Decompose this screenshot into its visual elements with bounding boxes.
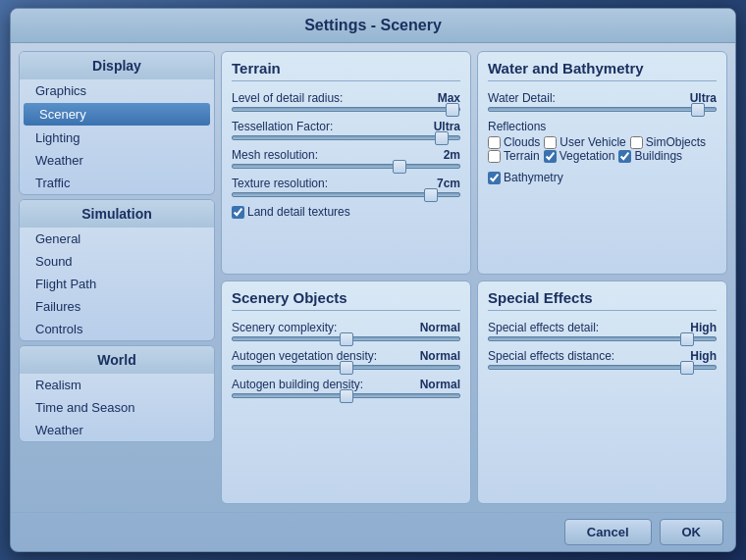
buildings-checkbox-label[interactable]: Buildings [618,149,682,163]
water-detail-slider[interactable] [488,107,717,112]
sidebar-item-weather-world[interactable]: Weather [20,419,214,441]
special-effects-panel: Special Effects Special effects detail: … [477,280,727,504]
clouds-checkbox[interactable] [488,136,501,149]
tessellation-slider[interactable] [232,135,460,140]
bottom-bar: Cancel OK [11,512,735,551]
land-detail-row: Land detail textures [232,205,460,219]
window-title: Settings - Scenery [11,9,735,43]
sidebar-section-simulation: Simulation General Sound Flight Path Fai… [19,199,215,341]
autogen-vegetation-slider[interactable] [232,365,460,370]
sidebar-item-sound[interactable]: Sound [20,250,214,273]
bathymetry-checkbox-label[interactable]: Bathymetry [488,171,563,184]
sidebar-item-scenery[interactable]: Scenery [24,103,210,126]
sidebar-display-title: Display [20,52,214,79]
effects-distance-row: Special effects distance: High [488,349,717,370]
bathymetry-checkbox[interactable] [488,172,501,184]
simobjects-checkbox[interactable] [630,136,643,149]
effects-distance-slider[interactable] [488,365,717,370]
buildings-checkbox[interactable] [618,150,631,163]
mesh-resolution-row: Mesh resolution: 2m [232,148,460,169]
land-detail-checkbox[interactable] [232,206,244,219]
tessellation-row: Tessellation Factor: Ultra [232,120,460,140]
lod-radius-row: Level of detail radius: Max [232,91,460,112]
special-effects-title: Special Effects [488,289,717,311]
texture-resolution-row: Texture resolution: 7cm [232,177,460,197]
sidebar-item-graphics[interactable]: Graphics [20,79,214,102]
terrain-panel: Terrain Level of detail radius: Max Tess… [221,51,471,275]
sidebar-item-failures[interactable]: Failures [20,295,214,318]
settings-window: Settings - Scenery Display Graphics Scen… [10,8,736,552]
reflections-label: Reflections [488,120,717,133]
water-panel-title: Water and Bathymetry [488,60,717,81]
user-vehicle-checkbox[interactable] [544,136,557,149]
lod-radius-slider[interactable] [232,107,460,112]
land-detail-checkbox-label[interactable]: Land detail textures [232,205,350,219]
scenery-complexity-row: Scenery complexity: Normal [232,321,460,341]
bathymetry-row: Bathymetry [488,171,717,184]
simobjects-checkbox-label[interactable]: SimObjects [630,135,706,149]
reflections-section: Reflections Clouds User Vehicle [488,120,717,163]
clouds-checkbox-label[interactable]: Clouds [488,135,540,149]
sidebar-item-time-season[interactable]: Time and Season [20,396,214,419]
reflections-row-2: Terrain Vegetation Buildings [488,149,717,163]
ok-button[interactable]: OK [660,519,724,545]
water-panel: Water and Bathymetry Water Detail: Ultra… [477,51,727,275]
scenery-objects-title: Scenery Objects [232,289,460,311]
main-panels: Terrain Level of detail radius: Max Tess… [221,51,727,504]
cancel-button[interactable]: Cancel [564,519,652,545]
mesh-resolution-slider[interactable] [232,164,460,169]
sidebar-item-controls[interactable]: Controls [20,318,214,340]
sidebar-item-realism[interactable]: Realism [20,374,214,396]
water-detail-row: Water Detail: Ultra [488,91,717,112]
scenery-complexity-slider[interactable] [232,336,460,341]
effects-detail-slider[interactable] [488,336,717,341]
sidebar-section-world: World Realism Time and Season Weather [19,345,215,442]
autogen-vegetation-row: Autogen vegetation density: Normal [232,349,460,370]
vegetation-checkbox-label[interactable]: Vegetation [544,149,615,163]
texture-resolution-slider[interactable] [232,192,460,197]
sidebar-item-general[interactable]: General [20,228,214,250]
scenery-objects-panel: Scenery Objects Scenery complexity: Norm… [221,280,471,504]
sidebar-item-lighting[interactable]: Lighting [20,127,214,149]
sidebar-section-display: Display Graphics Scenery Lighting Weathe… [19,51,215,195]
sidebar-item-traffic[interactable]: Traffic [20,172,214,194]
effects-detail-row: Special effects detail: High [488,321,717,341]
sidebar-world-title: World [20,346,214,374]
autogen-building-slider[interactable] [232,393,460,398]
sidebar-simulation-title: Simulation [20,200,214,228]
autogen-building-row: Autogen building density: Normal [232,378,460,398]
user-vehicle-checkbox-label[interactable]: User Vehicle [544,135,625,149]
reflections-row-1: Clouds User Vehicle SimObjects [488,135,717,149]
sidebar-item-flight-path[interactable]: Flight Path [20,273,214,295]
terrain-checkbox[interactable] [488,150,501,163]
sidebar: Display Graphics Scenery Lighting Weathe… [19,51,215,504]
terrain-checkbox-label[interactable]: Terrain [488,149,540,163]
vegetation-checkbox[interactable] [544,150,557,163]
terrain-panel-title: Terrain [232,60,460,81]
sidebar-item-weather-display[interactable]: Weather [20,149,214,172]
